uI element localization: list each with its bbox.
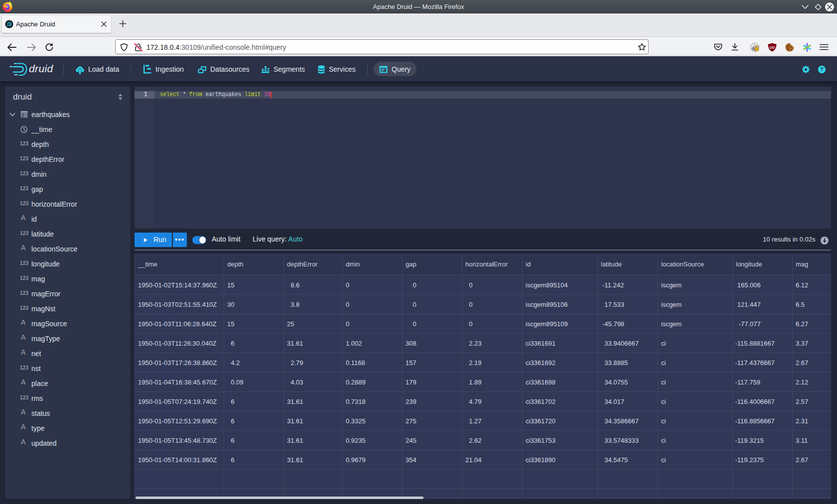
svg-text:UO: UO: [769, 45, 775, 50]
svg-text:?: ?: [820, 66, 824, 72]
